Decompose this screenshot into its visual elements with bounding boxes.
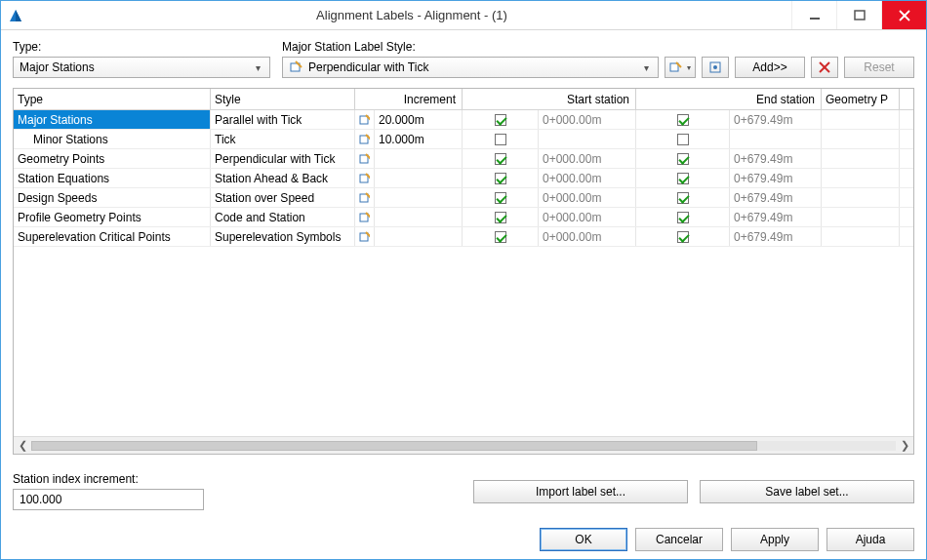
cell-end-check[interactable] [636,188,730,207]
checkbox-icon[interactable] [677,231,689,243]
checkbox-icon[interactable] [677,192,689,204]
cell-start-station[interactable]: 0+000.00m [539,110,636,129]
table-row[interactable]: Profile Geometry PointsCode and Station0… [14,208,913,227]
cell-style[interactable]: Station over Speed [211,188,355,207]
table-row[interactable]: Design SpeedsStation over Speed0+000.00m… [14,188,913,208]
station-increment-input[interactable] [13,489,204,510]
checkbox-icon[interactable] [495,134,506,145]
checkbox-icon[interactable] [495,231,506,243]
cell-start-check[interactable] [463,110,539,129]
cell-end-station[interactable]: 0+679.49m [730,188,822,207]
horizontal-scrollbar[interactable]: ❮ ❯ [14,436,913,454]
pick-style-button[interactable] [702,57,729,78]
cell-type[interactable]: Major Stations [14,110,211,129]
cell-type[interactable]: Design Speeds [14,188,211,207]
reset-button[interactable]: Reset [844,57,914,78]
cell-end-check[interactable] [636,130,730,148]
cell-type[interactable]: Geometry Points [14,149,211,168]
col-start-station[interactable]: Start station [463,89,636,109]
cell-geometry[interactable] [822,149,900,168]
cell-increment[interactable] [375,169,463,187]
cell-style-icon[interactable] [355,227,375,246]
cell-geometry[interactable] [822,130,900,148]
cell-style[interactable]: Station Ahead & Back [211,169,355,187]
checkbox-icon[interactable] [495,212,506,223]
cell-geometry[interactable] [822,169,900,187]
cell-end-station[interactable] [730,130,822,148]
minimize-button[interactable] [791,1,836,29]
cell-end-station[interactable]: 0+679.49m [730,110,822,129]
cell-style[interactable]: Tick [211,130,355,148]
col-type[interactable]: Type [14,89,211,109]
cell-geometry[interactable] [822,208,900,226]
cell-end-station[interactable]: 0+679.49m [730,149,822,168]
style-dropdown[interactable]: Perpendicular with Tick ▾ [282,57,659,78]
cell-style-icon[interactable] [355,149,375,168]
cell-end-check[interactable] [636,208,730,226]
cell-increment[interactable]: 10.000m [375,130,463,148]
cell-style[interactable]: Code and Station [211,208,355,226]
table-row[interactable]: Superelevation Critical PointsSupereleva… [14,227,913,247]
scroll-thumb[interactable] [31,441,757,451]
table-row[interactable]: Station EquationsStation Ahead & Back0+0… [14,169,913,188]
cell-type[interactable]: Superelevation Critical Points [14,227,211,246]
checkbox-icon[interactable] [677,114,689,126]
cell-start-station[interactable]: 0+000.00m [539,208,636,226]
checkbox-icon[interactable] [495,173,506,184]
scroll-right-icon[interactable]: ❯ [896,439,913,452]
checkbox-icon[interactable] [495,114,506,126]
cell-type[interactable]: Minor Stations [14,130,211,148]
cell-start-check[interactable] [463,208,539,226]
ok-button[interactable]: OK [540,528,627,551]
cell-start-check[interactable] [463,188,539,207]
cell-increment[interactable] [375,227,463,246]
apply-button[interactable]: Apply [731,528,819,551]
delete-button[interactable] [811,57,838,78]
cell-style[interactable]: Parallel with Tick [211,110,355,129]
table-row[interactable]: Major StationsParallel with Tick20.000m0… [14,110,913,130]
close-button[interactable] [881,1,926,29]
cell-increment[interactable] [375,149,463,168]
edit-style-button[interactable]: ▾ [665,57,696,78]
cell-style[interactable]: Perpendicular with Tick [211,149,355,168]
checkbox-icon[interactable] [495,192,506,204]
cell-increment[interactable] [375,208,463,226]
cell-geometry[interactable] [822,188,900,207]
cell-end-check[interactable] [636,110,730,129]
cell-type[interactable]: Station Equations [14,169,211,187]
cell-end-station[interactable]: 0+679.49m [730,169,822,187]
cell-start-station[interactable]: 0+000.00m [539,227,636,246]
cell-end-station[interactable]: 0+679.49m [730,227,822,246]
scroll-track[interactable] [31,441,896,451]
checkbox-icon[interactable] [677,134,689,145]
col-style[interactable]: Style [211,89,355,109]
cell-start-station[interactable]: 0+000.00m [539,169,636,187]
checkbox-icon[interactable] [677,173,689,184]
cell-end-check[interactable] [636,149,730,168]
cell-start-station[interactable] [539,130,636,148]
cell-increment[interactable] [375,188,463,207]
add-button[interactable]: Add>> [735,57,805,78]
cell-geometry[interactable] [822,110,900,129]
col-increment[interactable]: Increment [355,89,463,109]
col-geometry[interactable]: Geometry P [822,89,900,109]
save-label-set-button[interactable]: Save label set... [700,480,914,503]
cell-end-station[interactable]: 0+679.49m [730,208,822,226]
cell-start-check[interactable] [463,169,539,187]
cell-start-station[interactable]: 0+000.00m [539,149,636,168]
cell-geometry[interactable] [822,227,900,246]
cell-style-icon[interactable] [355,188,375,207]
cell-style-icon[interactable] [355,169,375,187]
import-label-set-button[interactable]: Import label set... [473,480,688,503]
col-end-station[interactable]: End station [636,89,822,109]
cell-end-check[interactable] [636,169,730,187]
cell-start-check[interactable] [463,130,539,148]
cell-style-icon[interactable] [355,208,375,226]
maximize-button[interactable] [836,1,881,29]
cell-start-station[interactable]: 0+000.00m [539,188,636,207]
cell-style-icon[interactable] [355,110,375,129]
cell-end-check[interactable] [636,227,730,246]
cell-start-check[interactable] [463,227,539,246]
checkbox-icon[interactable] [677,153,689,165]
table-row[interactable]: Geometry PointsPerpendicular with Tick0+… [14,149,913,169]
